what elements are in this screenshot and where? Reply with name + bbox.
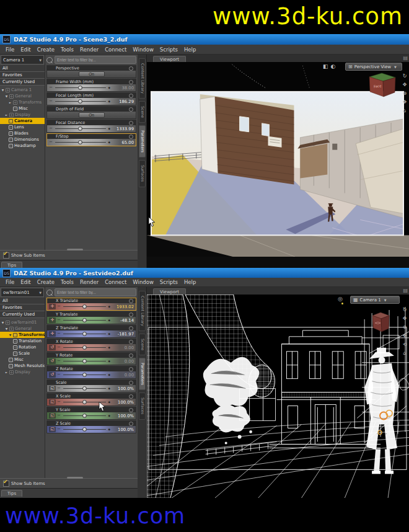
slider-knob[interactable] bbox=[82, 359, 87, 363]
titlebar[interactable]: DS DAZ Studio 4.9 Pro - Scene3_2.duf bbox=[0, 34, 409, 45]
x-rotate-slider[interactable]: ↺ − ◆ 0.00 bbox=[47, 344, 136, 351]
gear-icon[interactable] bbox=[129, 66, 133, 71]
tree-item-translation[interactable]: Translation bbox=[0, 338, 45, 344]
tab-viewport[interactable]: Viewport bbox=[153, 56, 186, 62]
tree-item-misc[interactable]: Misc bbox=[0, 357, 45, 363]
fstop-value[interactable]: 65.00 bbox=[112, 140, 134, 145]
tree-item-misc[interactable]: Misc bbox=[0, 105, 45, 112]
pane-menu-icon[interactable]: ▤ bbox=[403, 55, 408, 61]
menu-help[interactable]: Help bbox=[181, 278, 199, 286]
gear-icon[interactable] bbox=[129, 422, 133, 426]
horizontal-scrollbar[interactable] bbox=[67, 249, 83, 250]
view-selector-dropdown[interactable]: ▦ Camera 1 ▼ bbox=[350, 296, 400, 304]
tree-item-camera1[interactable]: ▼Camera 1 bbox=[0, 87, 45, 93]
pan-tool-icon[interactable]: ✥ bbox=[403, 316, 407, 321]
filter-all[interactable]: All bbox=[0, 298, 45, 304]
slider-knob[interactable] bbox=[78, 140, 82, 144]
menu-help[interactable]: Help bbox=[181, 46, 199, 53]
menu-render[interactable]: Render bbox=[77, 278, 102, 286]
z-rotate-value[interactable]: 0.00 bbox=[112, 373, 134, 378]
gear-icon[interactable] bbox=[129, 299, 133, 303]
horizontal-scrollbar[interactable] bbox=[67, 477, 83, 479]
tab-viewport[interactable]: Viewport bbox=[153, 288, 186, 295]
tree-item-rotation[interactable]: Rotation bbox=[0, 344, 45, 350]
tab-surfaces[interactable]: Surfaces bbox=[139, 160, 146, 187]
menu-edit[interactable]: Edit bbox=[17, 46, 33, 53]
tab-surfaces[interactable]: Surfaces bbox=[139, 392, 146, 419]
x-scale-slider[interactable]: ◱ − ◆ 100.0% bbox=[47, 399, 136, 406]
gear-icon[interactable] bbox=[129, 367, 133, 371]
perspective-on-button[interactable]: On bbox=[79, 71, 105, 77]
menu-connect[interactable]: Connect bbox=[102, 278, 130, 286]
gear-icon[interactable] bbox=[129, 135, 133, 139]
view-selector-dropdown[interactable]: ⊞ Perspective View ▼ bbox=[345, 63, 402, 71]
gear-icon[interactable] bbox=[129, 381, 133, 385]
dolly-tool-icon[interactable]: ❖ bbox=[402, 333, 407, 339]
focal-distance-value[interactable]: 1333.99 bbox=[112, 126, 134, 131]
pan-tool-icon[interactable]: ✥ bbox=[403, 82, 407, 87]
zoom-tool-icon[interactable]: ⊕ bbox=[403, 91, 407, 96]
y-scale-slider[interactable]: ◱ − ◆ 100.0% bbox=[47, 412, 136, 419]
x-rotate-value[interactable]: 0.00 bbox=[112, 345, 134, 350]
titlebar[interactable]: DS DAZ Studio 4.9 Pro - Sestvideo2.duf bbox=[0, 268, 409, 278]
x-translate-value[interactable]: 1933.02 bbox=[112, 304, 134, 309]
tab-tips[interactable]: Tips bbox=[1, 490, 22, 497]
tree-item-transforms[interactable]: ▼Transforms bbox=[0, 332, 45, 338]
filter-favorites[interactable]: Favorites bbox=[0, 304, 45, 311]
gear-icon[interactable] bbox=[129, 313, 133, 317]
menu-connect[interactable]: Connect bbox=[102, 46, 130, 53]
cube-face-label[interactable]: Face bbox=[374, 84, 382, 88]
aspect-frame-icon[interactable]: ◧ bbox=[323, 63, 328, 69]
tree-item-headlamp[interactable]: Headlamp bbox=[0, 143, 45, 149]
menu-file[interactable]: File bbox=[2, 278, 17, 286]
zoom-tool-icon[interactable]: ⊕ bbox=[403, 324, 407, 330]
tree-expand-arrow[interactable]: ▼ bbox=[5, 95, 8, 98]
drawstyle-sphere-icon[interactable]: ◐ bbox=[331, 63, 336, 69]
pane-menu-icon[interactable]: ▤ bbox=[403, 288, 408, 293]
slider-knob[interactable] bbox=[82, 332, 87, 336]
frame-tool-icon[interactable]: ⌂ bbox=[403, 108, 406, 113]
filter-input[interactable] bbox=[55, 56, 136, 64]
focal-length-slider[interactable]: − ◆ 186.29 bbox=[47, 98, 136, 105]
filter-all[interactable]: All bbox=[0, 65, 45, 72]
filter-currently-used[interactable]: Currently Used bbox=[0, 311, 45, 318]
tree-item-mesh-resolution[interactable]: Mesh Resolution bbox=[0, 363, 45, 369]
menu-scripts[interactable]: Scripts bbox=[157, 46, 181, 53]
orbit-tool-icon[interactable]: ↻ bbox=[403, 73, 407, 79]
menu-edit[interactable]: Edit bbox=[17, 278, 33, 286]
filter-input[interactable] bbox=[55, 288, 136, 296]
gear-icon[interactable] bbox=[129, 121, 133, 125]
scale-slider[interactable]: ◱ − ◆ 100.0% bbox=[47, 385, 136, 392]
y-translate-value[interactable]: -48.14 bbox=[112, 318, 134, 323]
tree-expand-arrow[interactable]: ▼ bbox=[1, 321, 4, 324]
menu-render[interactable]: Render bbox=[77, 46, 102, 53]
tab-tips[interactable]: Tips bbox=[1, 262, 22, 268]
spin-tool-icon[interactable]: ⟲ bbox=[403, 342, 407, 347]
x-scale-value[interactable]: 100.0% bbox=[112, 400, 134, 405]
tree-item-lens[interactable]: Lens bbox=[0, 124, 45, 130]
viewport-3d[interactable]: ◎ ▦ Camera 1 ▼ ↻ ✥ ⊕ ❖ ⟲ ⌂ bbox=[147, 295, 409, 498]
filter-currently-used[interactable]: Currently Used bbox=[0, 79, 45, 86]
slider-knob[interactable] bbox=[82, 304, 87, 309]
orbit-tool-icon[interactable]: ↻ bbox=[403, 307, 407, 313]
dolly-tool-icon[interactable]: ❖ bbox=[402, 99, 407, 105]
slider-knob[interactable] bbox=[82, 427, 87, 432]
menu-tools[interactable]: Tools bbox=[58, 278, 77, 286]
frame-width-slider[interactable]: − ◆ 38.00 bbox=[47, 84, 136, 91]
tree-item-display[interactable]: ►Display bbox=[0, 369, 45, 375]
gear-icon[interactable] bbox=[129, 80, 133, 84]
tree-item-general[interactable]: ▼General bbox=[0, 326, 45, 332]
tree-item-owterrain01[interactable]: ▼owTerrain01 bbox=[0, 319, 45, 326]
menu-scripts[interactable]: Scripts bbox=[157, 278, 181, 286]
tree-item-transforms[interactable]: ►Transforms bbox=[0, 99, 45, 105]
z-translate-value[interactable]: -181.97 bbox=[112, 332, 134, 337]
tree-expand-arrow[interactable]: ▼ bbox=[9, 334, 12, 337]
menu-file[interactable]: File bbox=[2, 46, 17, 53]
show-sub-items-checkbox[interactable]: ✔ bbox=[3, 481, 9, 487]
tab-scene[interactable]: Scene bbox=[139, 101, 146, 123]
tab-content-library[interactable]: Content Library bbox=[139, 58, 146, 99]
z-rotate-slider[interactable]: ↺ − ◆ 0.00 bbox=[47, 371, 136, 378]
gear-icon[interactable] bbox=[129, 394, 133, 399]
filter-favorites[interactable]: Favorites bbox=[0, 72, 45, 79]
gear-icon[interactable] bbox=[129, 107, 133, 112]
